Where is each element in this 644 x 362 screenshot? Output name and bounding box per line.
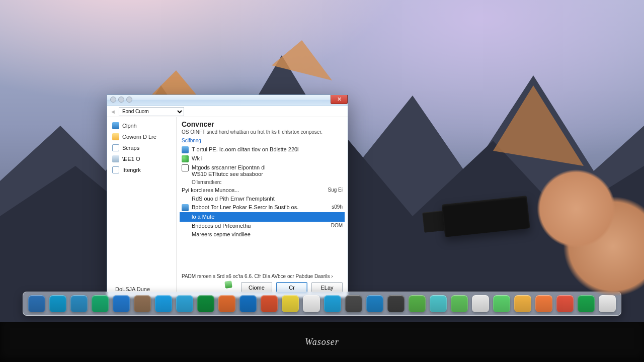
titlebar[interactable]: ✕ bbox=[107, 95, 348, 106]
caption: O'lsrrsratkerc bbox=[192, 179, 343, 185]
location-dropdown[interactable]: Eond Cuom bbox=[119, 107, 184, 116]
list-row[interactable]: Bpboot Tor Lner Pokar E.Sercr ln Sust'b … bbox=[182, 203, 343, 212]
content-pane: Convncer OS OINFT sncd hord whattian ou … bbox=[177, 117, 348, 297]
sidebar-item-label: \EE1 O bbox=[122, 156, 140, 162]
row-size: DOM bbox=[319, 223, 343, 228]
row-label: Bndocos od Prfcomethu bbox=[192, 223, 316, 229]
list-row[interactable]: Pyi korcleres Munoos... Sug Ei bbox=[182, 186, 343, 195]
dock-app-4[interactable] bbox=[113, 295, 130, 312]
dock-app-5[interactable] bbox=[134, 295, 151, 312]
dock-app-14[interactable] bbox=[324, 295, 341, 312]
row-label: Pyi korcleres Munoos... bbox=[182, 187, 316, 194]
dock-app-3[interactable] bbox=[92, 295, 109, 312]
dock bbox=[23, 292, 621, 316]
sidebar-item-2[interactable]: Scraps bbox=[107, 142, 176, 153]
row-size: Sug Ei bbox=[319, 187, 343, 193]
footer-text: PADM rsroen s Srd s6 oc'ta 6.6. Cfr DIa … bbox=[182, 269, 343, 279]
dock-app-10[interactable] bbox=[239, 295, 257, 312]
row-label: Mareers cepme vindilee bbox=[192, 231, 343, 238]
dock-app-15[interactable] bbox=[345, 295, 362, 312]
dock-app-26[interactable] bbox=[578, 295, 595, 312]
dock-app-7[interactable] bbox=[176, 295, 193, 312]
document-icon bbox=[112, 166, 119, 173]
document-icon bbox=[112, 144, 119, 151]
dock-app-2[interactable] bbox=[70, 295, 88, 312]
monitor-brand-label: Wasoser bbox=[305, 337, 339, 347]
page-title: Convncer bbox=[182, 120, 343, 128]
disk-icon bbox=[112, 155, 119, 162]
sidebar-item-label: Scraps bbox=[122, 145, 139, 151]
folder-icon bbox=[182, 204, 189, 211]
dock-app-6[interactable] bbox=[155, 295, 172, 312]
dock-app-9[interactable] bbox=[218, 295, 235, 312]
dock-app-20[interactable] bbox=[451, 295, 468, 312]
sidebar-item-3[interactable]: \EE1 O bbox=[107, 153, 176, 164]
list-row[interactable]: Bndocos od Prfcomethu DOM bbox=[182, 222, 343, 230]
checkbox-icon[interactable] bbox=[182, 164, 189, 171]
dock-app-12[interactable] bbox=[282, 295, 299, 312]
sidebar-item-label: Coworn D Lre bbox=[122, 134, 156, 140]
list-row-selected[interactable]: lo a Mute bbox=[180, 212, 345, 222]
dock-app-16[interactable] bbox=[366, 295, 383, 312]
properties-dialog: ✕ ◄ Eond Cuom Clpnh Coworn D Lre Scraps … bbox=[107, 95, 348, 298]
option-label: Wk i bbox=[192, 155, 343, 162]
dock-app-8[interactable] bbox=[197, 295, 214, 312]
dock-app-19[interactable] bbox=[430, 295, 447, 312]
titlebar-dot-icon bbox=[118, 97, 124, 103]
option-label: T ortul PE. Ic.oom ciltan tlov on Bdistt… bbox=[192, 146, 343, 153]
row-label: lo a Mute bbox=[192, 214, 343, 220]
titlebar-dot-icon bbox=[126, 97, 132, 103]
row-label: RdS ouo d Pith Emwr f'nemptsnht bbox=[192, 196, 343, 202]
dock-app-18[interactable] bbox=[409, 295, 426, 312]
settings-link[interactable]: Sclfbnng bbox=[182, 138, 343, 143]
dock-app-11[interactable] bbox=[261, 295, 278, 312]
list-row[interactable]: Mareers cepme vindilee bbox=[182, 230, 343, 239]
sidebar-item-1[interactable]: Coworn D Lre bbox=[107, 131, 176, 142]
app-icon bbox=[182, 155, 189, 162]
dock-app-23[interactable] bbox=[514, 295, 531, 312]
option-row[interactable]: Wk i bbox=[182, 154, 343, 163]
row-size: s09h bbox=[319, 204, 343, 210]
dialog-buttons: Ciome Cr ELay bbox=[182, 279, 343, 293]
checkbox-icon bbox=[182, 146, 189, 153]
dock-app-21[interactable] bbox=[472, 295, 489, 312]
sidebar-item-label: Clpnh bbox=[122, 123, 137, 129]
monitor-bezel: Wasoser bbox=[0, 322, 644, 362]
sidebar-item-0[interactable]: Clpnh bbox=[107, 120, 176, 131]
sidebar-item-4[interactable]: Ittengrk bbox=[107, 164, 176, 175]
row-label: Bpboot Tor Lner Pokar E.Sercr ln Sust'b … bbox=[192, 204, 316, 211]
page-subtitle: OS OINFT sncd hord whattian ou frot th k… bbox=[182, 129, 343, 135]
sidebar: Clpnh Coworn D Lre Scraps \EE1 O Ittengr… bbox=[107, 117, 177, 297]
back-icon[interactable]: ◄ bbox=[110, 109, 116, 115]
toolbar: ◄ Eond Cuom bbox=[107, 106, 348, 117]
option-label: Mtgods srscanrrer Eipontnn dl WS10 ETltu… bbox=[192, 164, 343, 177]
sidebar-item-label: Ittengrk bbox=[122, 167, 141, 173]
chevron-right-icon: › bbox=[331, 274, 333, 279]
dock-app-1[interactable] bbox=[49, 295, 66, 312]
window-controls-left bbox=[110, 97, 132, 103]
close-button[interactable]: ✕ bbox=[331, 95, 348, 104]
list-row[interactable]: RdS ouo d Pith Emwr f'nemptsnht bbox=[182, 195, 343, 203]
titlebar-dot-icon bbox=[110, 97, 116, 103]
monitor-icon bbox=[112, 122, 119, 129]
dock-app-0[interactable] bbox=[28, 295, 45, 312]
dock-app-17[interactable] bbox=[387, 295, 405, 312]
dock-app-27[interactable] bbox=[599, 295, 616, 312]
dock-app-25[interactable] bbox=[556, 295, 574, 312]
folder-icon bbox=[112, 133, 119, 140]
option-row[interactable]: T ortul PE. Ic.oom ciltan tlov on Bdistt… bbox=[182, 145, 343, 154]
dock-app-24[interactable] bbox=[535, 295, 552, 312]
dock-app-13[interactable] bbox=[303, 295, 320, 312]
dock-app-22[interactable] bbox=[493, 295, 510, 312]
option-row[interactable]: Mtgods srscanrrer Eipontnn dl WS10 ETltu… bbox=[182, 163, 343, 178]
